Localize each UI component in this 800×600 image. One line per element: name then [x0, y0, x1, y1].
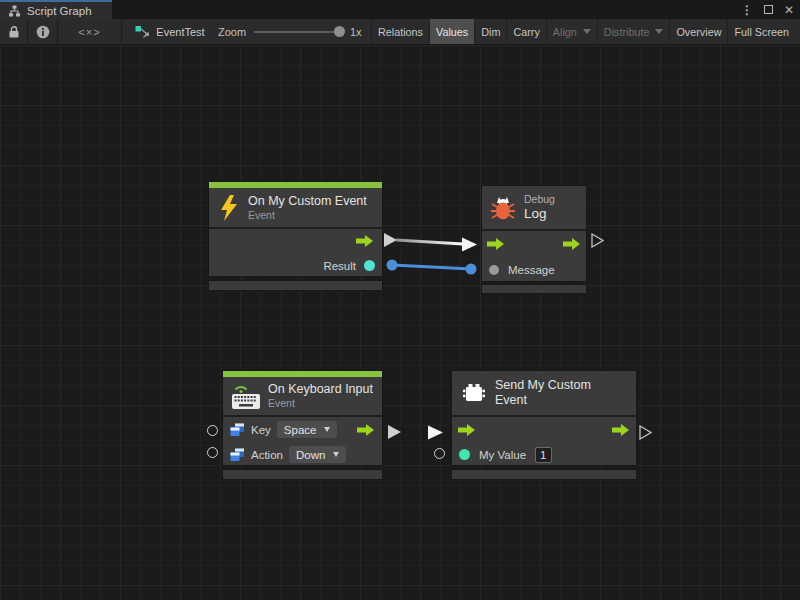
action-input-row: Action Down	[223, 442, 382, 467]
message-input-row: Message	[482, 257, 586, 283]
flow-input-port[interactable]	[458, 423, 476, 437]
graph-icon	[8, 5, 21, 17]
distribute-label: Distribute	[604, 26, 650, 38]
chevron-down-icon	[324, 427, 330, 432]
zoom-value: 1x	[350, 19, 362, 44]
close-icon[interactable]: ✕	[784, 3, 794, 17]
result-port-label: Result	[323, 260, 356, 272]
control-row	[452, 417, 636, 442]
wire-value-result-to-message	[387, 260, 477, 275]
node-title: Log	[524, 206, 555, 222]
align-button[interactable]: Align	[546, 19, 597, 44]
key-input-row: Key Space	[223, 417, 382, 442]
next-flow-ghost-icon[interactable]	[591, 233, 604, 248]
toolbar-buttons: Relations Values Dim Carry Align Distrib…	[371, 19, 800, 44]
next-flow-ghost-icon[interactable]	[639, 425, 652, 440]
zoom-slider-track[interactable]	[254, 31, 342, 33]
machine-unit-icon	[462, 383, 486, 404]
dim-button[interactable]: Dim	[474, 19, 506, 44]
enum-type-icon	[230, 448, 245, 462]
relations-button[interactable]: Relations	[371, 19, 429, 44]
node-on-my-custom-event[interactable]: On My Custom Event Event Result	[209, 182, 382, 276]
script-graph-window: Script Graph ⋮ ✕ <×>	[0, 0, 800, 600]
action-dropdown-value: Down	[296, 449, 325, 461]
key-port-label: Key	[251, 424, 271, 436]
node-footer	[209, 281, 382, 290]
zoom-slider-handle[interactable]	[334, 26, 345, 37]
chevron-down-icon	[583, 29, 591, 34]
my-value-input-row: My Value 1	[452, 442, 636, 467]
carry-button[interactable]: Carry	[506, 19, 545, 44]
overview-button[interactable]: Overview	[669, 19, 727, 44]
chevron-down-icon	[655, 29, 663, 34]
control-output-row	[209, 229, 382, 253]
graph-canvas[interactable]: On My Custom Event Event Result	[0, 45, 800, 600]
code-preview-button[interactable]: <×>	[58, 19, 122, 44]
key-dropdown[interactable]: Space	[277, 421, 338, 438]
node-body: Message	[482, 229, 586, 281]
flow-input-port[interactable]	[487, 237, 505, 251]
control-row	[482, 231, 586, 257]
wires-layer	[0, 45, 800, 600]
action-port-ring[interactable]	[207, 447, 218, 458]
zoom-label: Zoom	[218, 19, 246, 44]
maximize-icon[interactable]	[764, 5, 773, 14]
message-port-label: Message	[508, 264, 555, 276]
window-controls: ⋮ ✕	[741, 0, 794, 19]
flow-output-port[interactable]	[563, 237, 581, 251]
chevron-down-icon	[333, 452, 339, 457]
key-port-ring[interactable]	[207, 425, 218, 436]
node-header: Send My Custom Event	[452, 371, 636, 415]
values-label: Values	[436, 26, 468, 38]
keyboard-icon	[231, 383, 261, 410]
node-on-keyboard-input[interactable]: On Keyboard Input Event Key Space	[223, 371, 382, 465]
wire-control-custom-event-to-log	[384, 233, 477, 252]
node-footer	[223, 470, 382, 479]
node-header: On Keyboard Input Event	[223, 377, 382, 415]
full-screen-label: Full Screen	[734, 26, 789, 38]
action-port-label: Action	[251, 449, 283, 461]
flow-output-port[interactable]	[357, 423, 375, 437]
title-bar: Script Graph ⋮ ✕	[0, 0, 800, 19]
lock-button[interactable]	[0, 19, 28, 44]
flow-output-port[interactable]	[612, 423, 630, 437]
message-value-port[interactable]	[489, 265, 499, 275]
my-value-port[interactable]	[459, 449, 470, 460]
node-title: Send My Custom Event	[495, 378, 626, 408]
result-output-row: Result	[209, 253, 382, 278]
node-title-small: Debug	[524, 193, 555, 206]
node-body: Key Space	[223, 415, 382, 465]
lightning-icon	[219, 195, 239, 221]
node-footer	[452, 470, 636, 479]
graph-toolbar: <×> EventTest Zoom 1x Relations Values D…	[0, 19, 800, 45]
code-preview-icon: <×>	[78, 26, 100, 38]
window-menu-icon[interactable]: ⋮	[741, 3, 753, 17]
flow-output-port[interactable]	[356, 234, 374, 248]
graph-breadcrumb[interactable]: EventTest	[122, 19, 218, 44]
node-body: Result	[209, 227, 382, 276]
node-body: My Value 1	[452, 415, 636, 465]
node-subtitle: Event	[248, 209, 367, 222]
my-value-port-ring[interactable]	[434, 448, 445, 459]
node-subtitle: Event	[268, 397, 373, 410]
result-value-port[interactable]	[364, 260, 375, 271]
overview-label: Overview	[676, 26, 721, 38]
graph-node-icon	[135, 25, 150, 39]
node-debug-log[interactable]: Debug Log Message	[482, 186, 586, 281]
node-header: On My Custom Event Event	[209, 188, 382, 227]
my-value-input[interactable]: 1	[535, 447, 551, 463]
wire-control-keyboard-to-send	[388, 425, 443, 440]
tab-label: Script Graph	[27, 5, 92, 17]
carry-label: Carry	[513, 26, 539, 38]
distribute-button[interactable]: Distribute	[597, 19, 670, 44]
info-button[interactable]	[28, 19, 58, 44]
lock-icon	[8, 25, 20, 38]
node-send-my-custom-event[interactable]: Send My Custom Event My Value 1	[452, 371, 636, 465]
action-dropdown[interactable]: Down	[289, 446, 346, 463]
values-button[interactable]: Values	[429, 19, 474, 44]
graph-name: EventTest	[156, 26, 204, 38]
tab-script-graph[interactable]: Script Graph	[0, 0, 112, 19]
node-title: On My Custom Event	[248, 194, 367, 209]
bug-icon	[490, 194, 516, 221]
full-screen-button[interactable]: Full Screen	[727, 19, 795, 44]
